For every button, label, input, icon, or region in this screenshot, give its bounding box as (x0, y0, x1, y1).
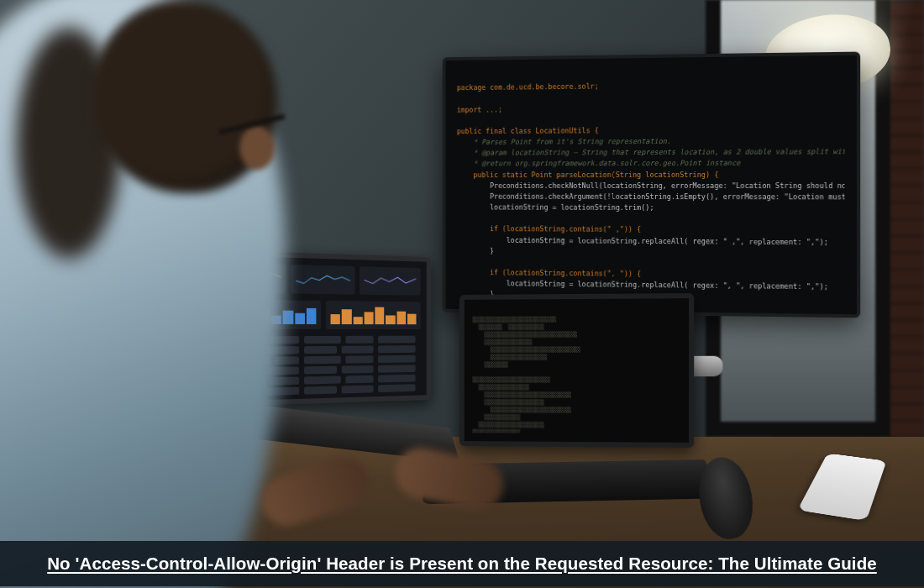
person-ear (239, 126, 275, 170)
caption-bar: No 'Access-Control-Allow-Origin' Header … (0, 541, 924, 586)
photo-scene: package com.de.ucd.be.becore.solr; impor… (0, 0, 924, 588)
center-laptop-screen: ░░░░░░░░░░░░░░░░░░░░░░░░░░░░ ░░░░░░░░ ░░… (459, 293, 694, 448)
center-laptop-code: ░░░░░░░░░░░░░░░░░░░░░░░░░░░░ ░░░░░░░░ ░░… (472, 307, 680, 433)
external-monitor: package com.de.ucd.be.becore.solr; impor… (443, 52, 860, 318)
article-title-link[interactable]: No 'Access-Control-Allow-Origin' Header … (47, 554, 877, 574)
dashboard-barchart (326, 301, 421, 329)
dashboard-card (360, 266, 420, 296)
code-editor: package com.de.ucd.be.becore.solr; impor… (457, 67, 845, 302)
dashboard-card (291, 265, 355, 295)
